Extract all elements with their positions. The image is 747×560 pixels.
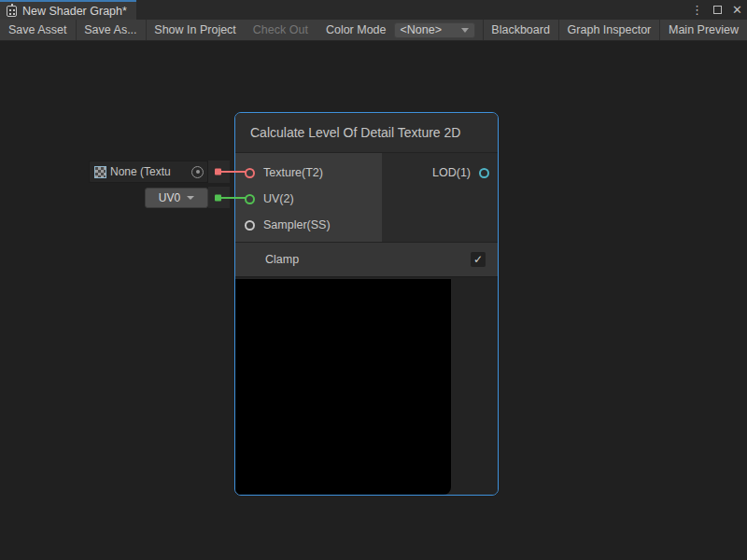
node-inputs: Texture(T2) UV(2) Sampler(SS): [235, 153, 382, 242]
input-port-texture[interactable]: [245, 168, 255, 178]
port-row-sampler: Sampler(SS): [235, 212, 382, 238]
window-menu-icon[interactable]: ⋮: [691, 4, 703, 16]
object-picker-icon[interactable]: [191, 166, 204, 178]
texture-thumbnail-icon: [94, 166, 106, 178]
color-mode-value: <None>: [401, 23, 442, 36]
blackboard-button[interactable]: Blackboard: [483, 20, 558, 40]
save-as-button[interactable]: Save As...: [76, 20, 145, 40]
edge-texture-wire[interactable]: [220, 171, 247, 173]
input-port-uv[interactable]: [245, 194, 255, 204]
node-title[interactable]: Calculate Level Of Detail Texture 2D: [235, 113, 498, 153]
shader-graph-asset-icon: [7, 6, 17, 17]
uv-channel-dropdown[interactable]: UV0: [145, 188, 208, 208]
window-controls: ⋮ ✕: [691, 0, 742, 20]
dropdown-arrow-icon: [187, 196, 194, 200]
color-mode-label: Color Mode: [317, 20, 394, 40]
checkmark-icon: ✓: [473, 254, 483, 265]
maximize-icon[interactable]: [713, 6, 722, 14]
graph-canvas[interactable]: Calculate Level Of Detail Texture 2D Tex…: [0, 41, 747, 560]
port-label: UV(2): [263, 192, 294, 205]
clamp-label: Clamp: [265, 253, 299, 266]
port-label: LOD(1): [432, 166, 471, 179]
show-in-project-button[interactable]: Show In Project: [146, 20, 245, 40]
texture-field-value: None (Textu: [110, 165, 188, 178]
uv-dropdown-value: UV0: [159, 191, 180, 204]
dropdown-arrow-icon: [461, 28, 469, 33]
output-port-lod[interactable]: [479, 168, 489, 178]
color-mode-dropdown[interactable]: <None>: [394, 22, 475, 38]
texture-object-field[interactable]: None (Textu: [89, 161, 208, 183]
edge-uv-wire[interactable]: [220, 197, 247, 199]
close-icon[interactable]: ✕: [732, 4, 742, 16]
tab-new-shader-graph[interactable]: New Shader Graph*: [0, 0, 136, 20]
port-label: Sampler(SS): [263, 218, 331, 231]
port-label: Texture(T2): [263, 166, 323, 179]
graph-inspector-button[interactable]: Graph Inspector: [559, 20, 660, 40]
node-ports: Texture(T2) UV(2) Sampler(SS) LOD(1): [235, 153, 498, 243]
input-port-sampler[interactable]: [245, 220, 255, 231]
node-preview-area: [235, 277, 498, 495]
save-asset-button[interactable]: Save Asset: [0, 20, 76, 40]
main-preview-button[interactable]: Main Preview: [660, 20, 747, 40]
toolbar: Save Asset Save As... Show In Project Ch…: [0, 20, 747, 41]
port-row-uv: UV(2): [235, 186, 382, 212]
port-row-texture: Texture(T2): [235, 160, 382, 186]
tab-bar: New Shader Graph* ⋮ ✕: [0, 0, 747, 20]
check-out-button: Check Out: [245, 20, 317, 40]
node-calculate-lod-texture2d[interactable]: Calculate Level Of Detail Texture 2D Tex…: [234, 112, 499, 496]
tab-title: New Shader Graph*: [22, 5, 127, 18]
node-preview-image[interactable]: [235, 279, 451, 495]
clamp-checkbox[interactable]: ✓: [471, 252, 486, 267]
node-outputs: LOD(1): [382, 153, 498, 242]
clamp-option-row: Clamp ✓: [235, 243, 498, 277]
port-row-lod: LOD(1): [382, 160, 498, 186]
